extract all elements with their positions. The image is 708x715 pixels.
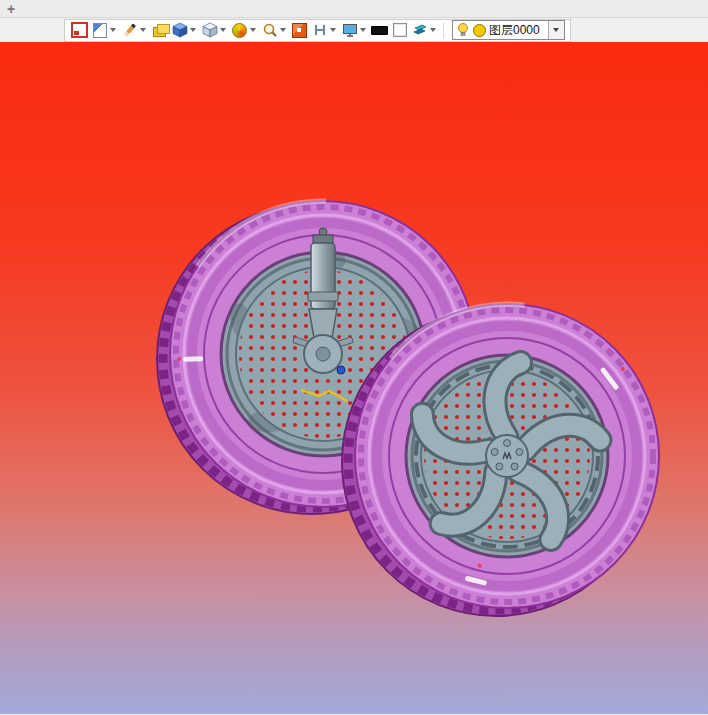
blue-fitting — [337, 366, 345, 374]
document-dropdown-chevron[interactable] — [110, 28, 116, 32]
material-icon[interactable] — [410, 21, 429, 40]
layers-icon[interactable] — [150, 21, 169, 40]
document-icon[interactable] — [90, 21, 109, 40]
color-wheel-icon[interactable] — [230, 21, 249, 40]
layer-name: 图层0000 — [489, 22, 548, 39]
background-swatch-icon[interactable] — [390, 21, 409, 40]
add-tab-icon[interactable]: + — [7, 2, 15, 16]
wire-cube-icon[interactable] — [200, 21, 219, 40]
pencil-dropdown-chevron[interactable] — [140, 28, 146, 32]
zoom-dropdown-chevron[interactable] — [280, 28, 286, 32]
layer-color-swatch — [473, 24, 486, 37]
display-dropdown-chevron[interactable] — [360, 28, 366, 32]
layer-selector[interactable]: 图层0000 — [452, 20, 565, 40]
front-hub[interactable] — [486, 435, 528, 477]
3d-viewport[interactable] — [0, 42, 708, 714]
section-icon[interactable] — [310, 21, 329, 40]
material-dropdown-chevron[interactable] — [430, 28, 436, 32]
zoom-icon[interactable] — [260, 21, 279, 40]
new-view-icon[interactable] — [70, 21, 89, 40]
region-icon[interactable] — [290, 21, 309, 40]
line-width-icon[interactable] — [370, 21, 389, 40]
toolbar: 图层0000 — [0, 18, 708, 42]
layer-dropdown-arrow[interactable] — [548, 21, 564, 39]
pencil-icon[interactable] — [120, 21, 139, 40]
solid-cube-dropdown-chevron[interactable] — [190, 28, 196, 32]
title-bar: + — [0, 0, 708, 18]
display-icon[interactable] — [340, 21, 359, 40]
section-dropdown-chevron[interactable] — [330, 28, 336, 32]
solid-cube-icon[interactable] — [170, 21, 189, 40]
wire-cube-dropdown-chevron[interactable] — [220, 28, 226, 32]
color-wheel-dropdown-chevron[interactable] — [250, 28, 256, 32]
view-toolstrip: 图层0000 — [64, 19, 571, 42]
light-bulb-icon — [456, 22, 470, 38]
viewport-canvas[interactable] — [0, 42, 708, 714]
toolbar-separator — [443, 22, 444, 38]
